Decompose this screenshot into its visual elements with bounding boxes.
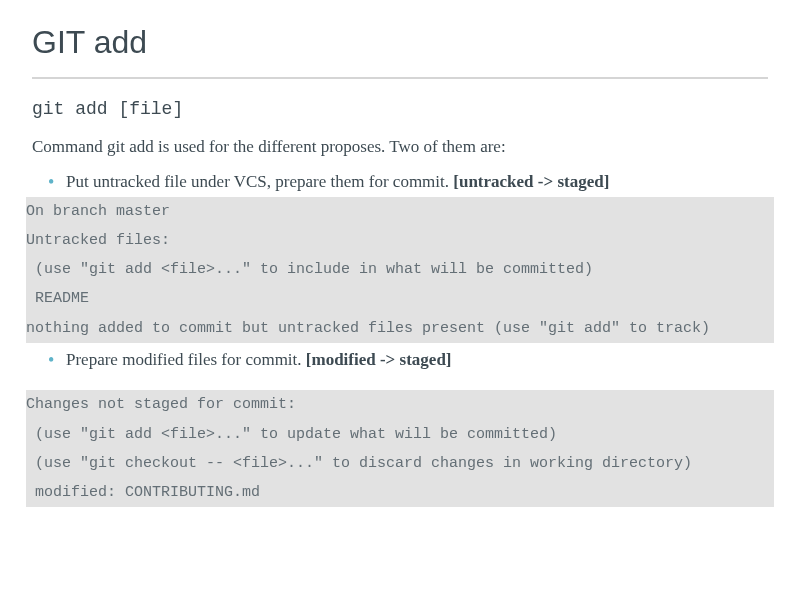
bullet-text: Put untracked file under VCS, prepare th… <box>66 172 453 191</box>
slide-content: GIT add git add [file] Command git add i… <box>0 0 800 531</box>
purpose-list: Put untracked file under VCS, prepare th… <box>32 169 768 195</box>
command-syntax: git add [file] <box>32 99 768 119</box>
code-block-modified: Changes not staged for commit: (use "git… <box>26 390 774 507</box>
bullet-bold: [untracked -> staged] <box>453 172 609 191</box>
list-item: Prepare modified files for commit. [modi… <box>44 347 768 373</box>
bullet-bold: [modified -> staged] <box>306 350 452 369</box>
code-block-untracked: On branch master Untracked files: (use "… <box>26 197 774 343</box>
title-divider <box>32 77 768 79</box>
intro-paragraph: Command git add is used for the differen… <box>32 137 768 157</box>
purpose-list: Prepare modified files for commit. [modi… <box>32 347 768 373</box>
page-title: GIT add <box>32 24 768 61</box>
list-item: Put untracked file under VCS, prepare th… <box>44 169 768 195</box>
bullet-text: Prepare modified files for commit. <box>66 350 306 369</box>
